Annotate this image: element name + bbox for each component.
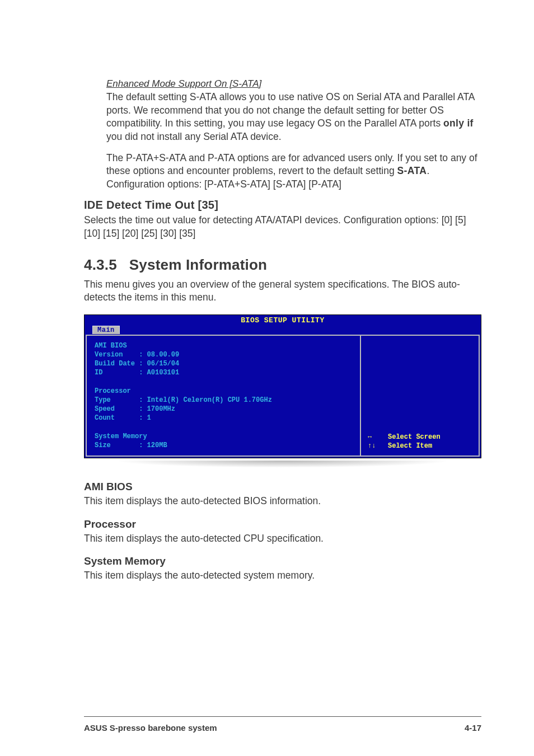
bios-info-panel: AMI BIOS Version : 08.00.09 Build Date :… (87, 336, 361, 456)
bios-setup-window: BIOS SETUP UTILITY Main AMI BIOS Version… (84, 314, 481, 458)
enhanced-mode-p1: The default setting S-ATA allows you to … (106, 91, 484, 144)
system-memory-body: This item displays the auto-detected sys… (84, 569, 484, 583)
processor-body: This item displays the auto-detected CPU… (84, 532, 484, 546)
text: you did not install any Serial ATA devic… (106, 131, 282, 142)
enhanced-mode-title: Enhanced Mode Support On [S-ATA] (106, 78, 484, 90)
section-title: System Information (129, 256, 267, 273)
bios-nav-hints: ↔ Select Screen ↑↓ Select Item (368, 433, 441, 452)
system-memory-heading: System Memory (84, 555, 484, 567)
text: The default setting S-ATA allows you to … (106, 91, 475, 129)
bios-hints-panel: ↔ Select Screen ↑↓ Select Item (361, 336, 479, 456)
ide-detect-body: Selects the time out value for detecting… (84, 214, 484, 240)
ide-detect-heading: IDE Detect Time Out [35] (84, 199, 484, 212)
ami-bios-heading: AMI BIOS (84, 481, 484, 493)
bios-tab-bar: Main (85, 325, 481, 335)
enhanced-mode-p2: The P-ATA+S-ATA and P-ATA options are fo… (106, 152, 484, 191)
section-intro: This menu gives you an overview of the g… (84, 278, 484, 304)
only-if-bold: only if (443, 118, 474, 129)
processor-heading: Processor (84, 518, 484, 530)
footer-left: ASUS S-presso barebone system (84, 723, 217, 732)
bios-title-bar: BIOS SETUP UTILITY (85, 315, 481, 325)
page-footer: ASUS S-presso barebone system 4-17 (84, 723, 481, 732)
section-number: 4.3.5 (84, 256, 117, 273)
ami-bios-body: This item displays the auto-detected BIO… (84, 495, 484, 508)
bios-tab-main[interactable]: Main (92, 326, 120, 334)
decorative-shadow (84, 461, 481, 471)
footer-page-number: 4-17 (465, 723, 481, 732)
footer-rule (84, 716, 481, 717)
sata-bold: S-ATA (397, 165, 427, 176)
section-heading: 4.3.5System Information (84, 256, 484, 274)
